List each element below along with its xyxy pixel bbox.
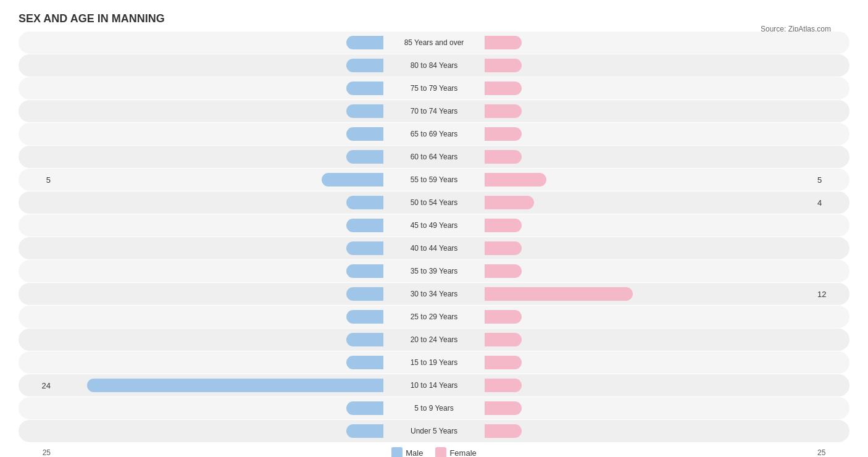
female-side	[483, 59, 812, 72]
chart-row: 15 to 19 Years	[19, 351, 849, 374]
chart-row: 20 to 24 Years	[19, 329, 849, 351]
bars-wrapper: 55 to 59 Years	[56, 169, 812, 191]
chart-row: Under 5 Years	[19, 420, 849, 442]
male-bar	[346, 333, 383, 346]
bars-wrapper: 70 to 74 Years	[56, 100, 812, 122]
female-side	[483, 219, 812, 232]
male-bar	[346, 310, 383, 324]
bars-wrapper: 85 Years and over	[56, 31, 812, 54]
male-side	[56, 333, 385, 346]
age-label: 35 to 39 Years	[385, 267, 483, 275]
bars-wrapper: 25 to 29 Years	[56, 306, 812, 328]
chart-row: 25 to 29 Years	[19, 306, 849, 328]
bars-wrapper: Under 5 Years	[56, 420, 812, 442]
axis-left: 25	[19, 448, 56, 457]
male-bar	[346, 82, 383, 95]
female-value: 5	[812, 175, 849, 185]
bars-wrapper: 75 to 79 Years	[56, 77, 812, 99]
female-side	[483, 127, 812, 141]
bars-wrapper: 20 to 24 Years	[56, 329, 812, 351]
chart-row: 30 to 34 Years 12	[19, 283, 849, 305]
male-side	[56, 264, 385, 278]
age-label: 60 to 64 Years	[385, 153, 483, 161]
male-bar	[346, 150, 383, 164]
chart-row: 75 to 79 Years	[19, 77, 849, 99]
chart-row: 24 10 to 14 Years	[19, 374, 849, 396]
male-side	[56, 356, 385, 369]
male-side	[56, 150, 385, 164]
female-bar	[485, 310, 522, 324]
female-bar	[485, 219, 522, 232]
male-bar	[346, 401, 383, 415]
female-bar	[485, 287, 633, 301]
age-label: 50 to 54 Years	[385, 198, 483, 207]
bars-wrapper: 60 to 64 Years	[56, 146, 812, 168]
male-bar	[346, 241, 383, 255]
chart-row: 80 to 84 Years	[19, 54, 849, 77]
chart-row: 50 to 54 Years 4	[19, 191, 849, 214]
bars-wrapper: 5 to 9 Years	[56, 397, 812, 419]
female-side	[483, 150, 812, 164]
age-label: 30 to 34 Years	[385, 290, 483, 298]
female-side	[483, 356, 812, 369]
chart-row: 40 to 44 Years	[19, 237, 849, 259]
male-bar	[322, 173, 383, 187]
bars-wrapper: 45 to 49 Years	[56, 214, 812, 237]
female-bar	[485, 333, 522, 346]
male-bar	[346, 36, 383, 49]
male-side	[56, 82, 385, 95]
age-label: 85 Years and over	[385, 38, 483, 47]
chart-row: 35 to 39 Years	[19, 260, 849, 282]
male-side	[56, 196, 385, 209]
age-label: 45 to 49 Years	[385, 221, 483, 230]
female-side	[483, 424, 812, 438]
age-label: 10 to 14 Years	[385, 381, 483, 390]
female-bar	[485, 401, 522, 415]
male-side	[56, 59, 385, 72]
male-bar	[346, 356, 383, 369]
male-bar	[87, 379, 383, 392]
male-side	[56, 287, 385, 301]
chart-row: 5 55 to 59 Years 5	[19, 169, 849, 191]
age-label: 5 to 9 Years	[385, 404, 483, 413]
female-side	[483, 82, 812, 95]
male-bar	[346, 287, 383, 301]
legend: Male Female	[391, 447, 477, 457]
chart-title: SEX AND AGE IN MANNING	[19, 12, 849, 25]
female-side	[483, 333, 812, 346]
age-label: 80 to 84 Years	[385, 61, 483, 70]
age-label: 65 to 69 Years	[385, 130, 483, 138]
male-legend-box	[391, 447, 403, 457]
chart-area: 85 Years and over 80 to 84 Years 75 to 7…	[19, 31, 849, 442]
female-side	[483, 379, 812, 392]
male-bar	[346, 196, 383, 209]
male-side	[56, 219, 385, 232]
male-side	[56, 379, 385, 392]
male-value: 24	[19, 381, 56, 390]
female-bar	[485, 173, 546, 187]
female-bar	[485, 196, 534, 209]
age-label: 70 to 74 Years	[385, 107, 483, 115]
male-side	[56, 36, 385, 49]
age-label: 75 to 79 Years	[385, 84, 483, 93]
chart-row: 85 Years and over	[19, 31, 849, 54]
age-label: 40 to 44 Years	[385, 244, 483, 253]
male-side	[56, 104, 385, 118]
female-legend-box	[435, 447, 446, 457]
female-bar	[485, 264, 522, 278]
axis-row: 25 Male Female 25	[19, 447, 849, 457]
legend-female: Female	[435, 447, 476, 457]
female-value: 4	[812, 198, 849, 208]
chart-row: 5 to 9 Years	[19, 397, 849, 419]
male-side	[56, 241, 385, 255]
male-bar	[346, 424, 383, 438]
male-value: 5	[19, 175, 56, 185]
male-bar	[346, 59, 383, 72]
bars-wrapper: 30 to 34 Years	[56, 283, 812, 305]
female-bar	[485, 82, 522, 95]
bars-wrapper: 15 to 19 Years	[56, 351, 812, 374]
female-side	[483, 196, 812, 209]
female-side	[483, 310, 812, 324]
female-side	[483, 264, 812, 278]
axis-right: 25	[812, 448, 849, 457]
